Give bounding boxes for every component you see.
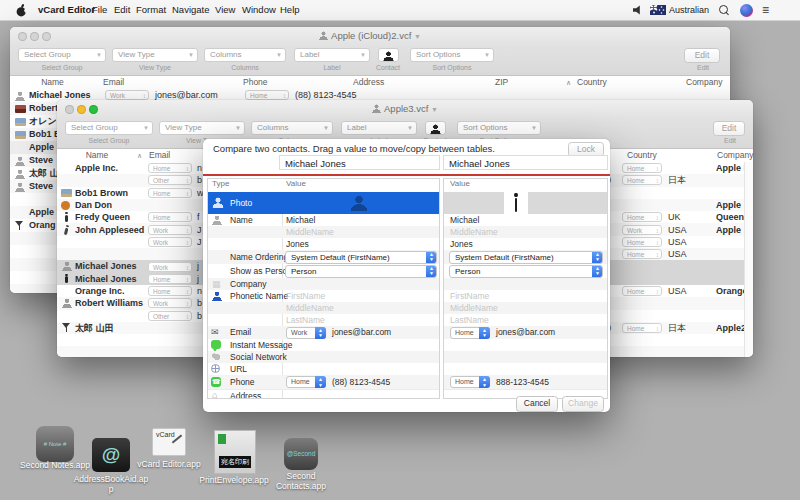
left-contact-name-field[interactable]: Michael Jones <box>279 155 440 170</box>
country-label-popup[interactable]: Home↕ <box>622 249 662 259</box>
phone-row[interactable]: Home▲▼ 888-123-4545 <box>444 375 607 389</box>
show-as-row[interactable]: Show as Person Person▲▼ <box>208 264 439 278</box>
email-label-popup[interactable]: Home↕ <box>148 274 192 284</box>
name-row[interactable]: Name Michael <box>208 214 439 226</box>
country-label-popup[interactable]: Home↕ <box>622 212 662 222</box>
col-name[interactable]: Name <box>57 149 137 162</box>
phonetic-first-row[interactable]: Phonetic Name FirstName <box>208 290 439 302</box>
company-row[interactable]: ▦ Company <box>208 278 439 290</box>
email-label-popup[interactable]: Home↕ <box>148 286 192 296</box>
menu-file[interactable]: File <box>92 0 107 20</box>
col-phone[interactable]: Phone <box>243 76 268 89</box>
social-network-row[interactable] <box>444 351 607 363</box>
email-label-popup[interactable]: Other↕ <box>148 311 192 321</box>
right-contact-name-field[interactable]: Michael Jones <box>443 155 608 170</box>
email-label-popup[interactable]: Work▲▼ <box>286 327 326 339</box>
email-label-popup[interactable]: Home↕ <box>148 212 192 222</box>
name-ordering-row[interactable]: System Default (FirstName)▲▼ <box>444 250 607 264</box>
col-email[interactable]: Email <box>103 76 124 89</box>
email-label-popup[interactable]: Work↕ <box>148 237 192 247</box>
last-name-row[interactable]: Jones <box>444 238 607 250</box>
select-group-dropdown[interactable]: Select Group▼ <box>18 48 106 62</box>
phonetic-last-placeholder[interactable]: LastName <box>450 314 489 326</box>
volume-icon[interactable] <box>633 5 643 15</box>
name-ordering-select[interactable]: System Default (FirstName)▲▼ <box>285 251 437 264</box>
country-label-popup[interactable]: Home↕ <box>622 175 662 185</box>
country-label-popup[interactable]: Work↕ <box>622 225 662 235</box>
label-dropdown[interactable]: Label▼ <box>294 48 370 62</box>
first-name-value[interactable]: Michael <box>286 214 315 226</box>
col-country[interactable]: Country <box>627 149 657 162</box>
phonetic-last-placeholder[interactable]: LastName <box>286 314 325 326</box>
first-name-value[interactable]: Michael <box>450 214 479 226</box>
phone-value[interactable]: 888-123-4545 <box>496 376 549 388</box>
menu-navigate[interactable]: Navigate <box>172 0 210 20</box>
contact-button[interactable] <box>378 48 399 62</box>
email-label-popup[interactable]: Work↕ <box>105 90 149 100</box>
phonetic-last-row[interactable]: LastName <box>444 314 607 326</box>
email-value[interactable]: jones@bar.com <box>332 326 391 338</box>
menu-window[interactable]: Window <box>242 0 276 20</box>
phonetic-middle-row[interactable]: MiddleName <box>208 302 439 314</box>
phonetic-first-placeholder[interactable]: FirstName <box>286 290 325 302</box>
show-as-select[interactable]: Person▲▼ <box>449 265 603 278</box>
email-label-popup[interactable]: Home↕ <box>148 188 192 198</box>
menu-format[interactable]: Format <box>136 0 166 20</box>
menu-help[interactable]: Help <box>280 0 300 20</box>
titlebar[interactable]: Apple3.vcf ▼ <box>57 100 753 118</box>
url-row[interactable]: URL <box>208 363 439 375</box>
email-label-popup[interactable]: Home↕ <box>148 163 192 173</box>
email-row[interactable]: ✉ Email Work▲▼ jones@bar.com <box>208 326 439 339</box>
phonetic-middle-placeholder[interactable]: MiddleName <box>450 302 498 314</box>
desktop-icon-vcard-editor[interactable]: vCard <box>152 428 186 456</box>
sort-options-dropdown[interactable]: Sort Options▼ <box>410 48 494 62</box>
instant-message-row[interactable]: Instant Message <box>208 339 439 351</box>
change-button[interactable]: Change <box>562 396 604 412</box>
phone-value[interactable]: (88) 8123-4545 <box>332 376 390 388</box>
email-label-popup[interactable]: Home▲▼ <box>450 327 490 339</box>
menu-app-name[interactable]: vCard Editor <box>38 0 95 20</box>
input-source-label[interactable]: Australian <box>669 0 709 20</box>
country-label-popup[interactable]: Home↕ <box>622 286 662 296</box>
desktop-icon-printenvelope[interactable]: 宛名印刷 <box>214 430 256 474</box>
phonetic-first-row[interactable]: FirstName <box>444 290 607 302</box>
phonetic-last-row[interactable]: LastName <box>208 314 439 326</box>
last-name-value[interactable]: Jones <box>286 238 309 250</box>
social-network-row[interactable]: Social Network <box>208 351 439 363</box>
show-as-row[interactable]: Person▲▼ <box>444 264 607 278</box>
email-label-popup[interactable]: Work↕ <box>148 298 192 308</box>
col-address[interactable]: Address <box>353 76 384 89</box>
desktop-icon-addressbookaid[interactable]: @ <box>92 438 130 472</box>
email-value[interactable]: jones@bar.com <box>496 326 555 338</box>
name-ordering-row[interactable]: Name Ordering System Default (FirstName)… <box>208 250 439 264</box>
columns-dropdown[interactable]: Columns▼ <box>251 121 333 135</box>
middle-name-row[interactable]: MiddleName <box>208 226 439 238</box>
apple-logo-icon[interactable] <box>16 4 28 17</box>
view-type-dropdown[interactable]: View Type▼ <box>112 48 198 62</box>
edit-button[interactable]: Edit <box>713 121 745 136</box>
show-as-select[interactable]: Person▲▼ <box>285 265 437 278</box>
phonetic-middle-row[interactable]: MiddleName <box>444 302 607 314</box>
menu-view[interactable]: View <box>215 0 235 20</box>
col-company[interactable]: Company <box>717 149 753 162</box>
phone-row[interactable]: ☎ Phone Home▲▼ (88) 8123-4545 <box>208 375 439 389</box>
view-type-dropdown[interactable]: View Type▼ <box>159 121 245 135</box>
middle-name-placeholder[interactable]: MiddleName <box>450 226 498 238</box>
country-label-popup[interactable]: Home↕ <box>622 237 662 247</box>
notification-center-icon[interactable]: ≡ <box>762 4 769 16</box>
sort-options-dropdown[interactable]: Sort Options▼ <box>457 121 541 135</box>
column-header-row[interactable]: Name Email Phone Address ZIP ∧ Country C… <box>10 76 730 90</box>
email-row[interactable]: Home▲▼ jones@bar.com <box>444 326 607 339</box>
phone-label-popup[interactable]: Home▲▼ <box>286 376 326 388</box>
col-zip[interactable]: ZIP <box>495 76 508 89</box>
phonetic-middle-placeholder[interactable]: MiddleName <box>286 302 334 314</box>
phone-label-popup[interactable]: Home↕ <box>245 90 289 100</box>
spotlight-search-icon[interactable] <box>719 5 728 14</box>
last-name-row[interactable]: Jones <box>208 238 439 250</box>
phone-label-popup[interactable]: Home▲▼ <box>450 376 490 388</box>
col-country[interactable]: Country <box>577 76 607 89</box>
siri-icon[interactable] <box>740 4 753 17</box>
desktop-icon-second-notes[interactable]: # Note # <box>36 426 74 462</box>
cancel-button[interactable]: Cancel <box>516 396 558 412</box>
email-label-popup[interactable]: Work↕ <box>148 225 192 235</box>
